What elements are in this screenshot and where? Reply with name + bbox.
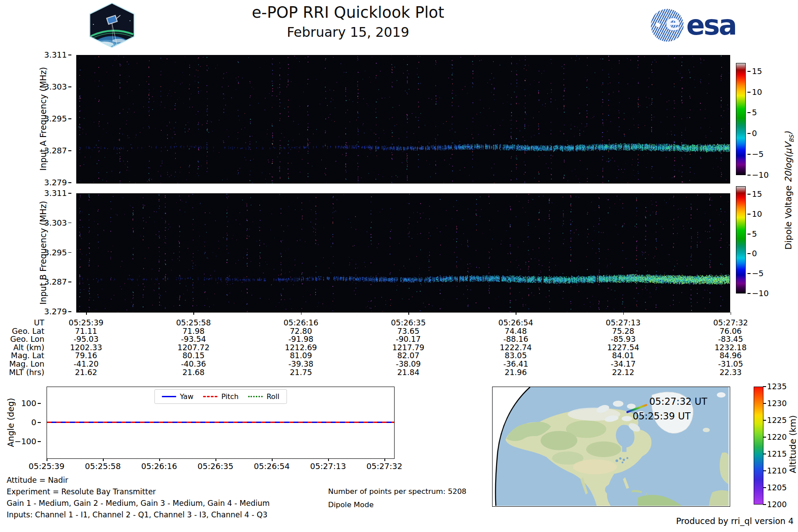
dipole-colorbar-b-ticks: 151050−5−10 (747, 186, 778, 293)
cell: -36.41 (462, 360, 569, 368)
x-tick-mark (32, 312, 140, 315)
cell: 83.05 (462, 352, 569, 360)
yaw-pitch-roll-zero-line (47, 422, 394, 423)
colorbar-tick-label: −5 (752, 270, 764, 278)
cell: 73.65 (355, 327, 462, 336)
dipole-label-name: Dipole Voltage (783, 183, 794, 250)
settings-annotations: Attitude = NadirExperiment = Resolute Ba… (7, 474, 270, 520)
colorbar-tick-label: 1235 (767, 383, 794, 391)
spectrogram-b-plot (76, 193, 730, 313)
cell: -90.17 (355, 335, 462, 344)
x-tick-mark (355, 312, 462, 315)
legend-item-roll: Roll (248, 392, 279, 401)
colorbar-tick-label: 0 (752, 129, 757, 137)
y-tick-label: 3.303 (28, 219, 72, 227)
colorbar-tick-label: 0 (752, 250, 757, 258)
legend-label: Yaw (180, 392, 193, 401)
legend-item-pitch: Pitch (203, 392, 239, 401)
y-tick-label: 3.303 (28, 83, 72, 91)
ephemeris-table: UT 05:25:39 05:25:58 05:26:16 05:26:35 0… (0, 319, 798, 376)
dipole-label-formula: 20log(μV (783, 143, 794, 183)
colorbar-tick-label: −10 (752, 171, 769, 179)
page-date: February 15, 2019 (0, 24, 696, 40)
dipole-colorbar-a (736, 63, 746, 175)
table-row: Mag. Lat 79.16 80.15 81.09 82.07 83.05 8… (0, 352, 798, 360)
cell: 21.96 (462, 368, 569, 377)
y-tick-label: 3.295 (28, 115, 72, 123)
table-row: UT 05:25:39 05:25:58 05:26:16 05:26:35 0… (0, 319, 798, 327)
row-values: -41.20 -40.36 -39.38 -38.09 -36.41 -34.1… (32, 360, 784, 368)
dipole-label-sub: BS (788, 135, 795, 143)
annotation-line: Gain 1 - Medium, Gain 2 - Medium, Gain 3… (7, 497, 270, 509)
cell: 1202.33 (32, 344, 140, 352)
row-values: 05:25:39 05:25:58 05:26:16 05:26:35 05:2… (32, 319, 784, 327)
y-tick-label: −100 (14, 438, 42, 446)
row-values: 71.11 71.98 72.80 73.65 74.48 75.28 76.0… (32, 327, 784, 336)
cell: 1232.18 (677, 344, 784, 352)
cell: 75.28 (569, 327, 677, 336)
annotation-line: Number of points per spectrum: 5208 (328, 485, 466, 498)
annotation-line: Inputs: Channel 1 - I1, Channel 2 - Q1, … (7, 509, 270, 520)
cell: 76.06 (677, 327, 784, 336)
cell: 05:25:39 (32, 319, 140, 327)
mode-annotations: Number of points per spectrum: 5208Dipol… (328, 485, 466, 512)
row-values: 1202.33 1207.72 1212.69 1217.79 1222.74 … (32, 344, 784, 352)
cell: -85.93 (569, 335, 677, 344)
cell: 21.84 (355, 368, 462, 377)
dipole-colorbar-a-ticks: 151050−5−10 (747, 63, 778, 175)
cell: 79.16 (32, 352, 140, 360)
quicklook-figure: CASSIOPE e-POP RRI Quicklook Plot Februa… (0, 0, 798, 532)
cell: 71.98 (140, 327, 247, 336)
colorbar-tick-label: 1205 (767, 484, 794, 492)
angle-plot: Yaw Pitch Roll (47, 387, 395, 459)
colorbar-tick-label: 5 (752, 230, 757, 238)
cell: 05:27:32 (677, 319, 784, 327)
x-tick-label: 05:27:32 (356, 462, 413, 471)
spectrogram-b-xtick-marks (32, 312, 784, 315)
x-tick-mark (462, 312, 569, 315)
x-tick-label: 05:27:13 (300, 462, 356, 471)
y-tick-label: 0 (14, 419, 42, 426)
cell: 21.75 (247, 368, 355, 377)
annotation-line: Dipole Mode (328, 498, 466, 512)
cell: -93.54 (140, 335, 247, 344)
cell: 05:26:35 (355, 319, 462, 327)
yaw-line-sample (162, 396, 176, 397)
angle-plot-legend: Yaw Pitch Roll (154, 389, 287, 404)
cell: 82.07 (355, 352, 462, 360)
cell: 21.68 (140, 368, 247, 377)
dipole-colorbar-label: Dipole Voltage 20log(μVBS) (783, 132, 795, 250)
legend-item-yaw: Yaw (162, 392, 193, 401)
dipole-colorbar-b (736, 186, 746, 293)
colorbar-tick-label: 1230 (767, 399, 794, 407)
cell: 84.01 (569, 352, 677, 360)
cell: 1217.79 (355, 344, 462, 352)
map-art: 05:27:32 UT 05:25:39 UT (493, 387, 729, 506)
cell: 1222.74 (462, 344, 569, 352)
cell: 84.96 (677, 352, 784, 360)
colorbar-tick-label: 10 (752, 88, 762, 96)
cell: 81.09 (247, 352, 355, 360)
cell: 72.80 (247, 327, 355, 336)
roll-line-sample (248, 396, 262, 397)
cell: 05:25:58 (140, 319, 247, 327)
angle-plot-yticks: 1000−100 (14, 399, 42, 446)
cell: -39.38 (247, 360, 355, 368)
y-tick-label: 3.295 (28, 249, 72, 257)
legend-label: Pitch (221, 392, 239, 401)
cell: 1207.72 (140, 344, 247, 352)
cell: -38.09 (355, 360, 462, 368)
cell: 1227.54 (569, 344, 677, 352)
esa-logo: esa (651, 9, 736, 42)
y-tick-label: 3.287 (28, 147, 72, 155)
altitude-colorbar (754, 387, 763, 505)
colorbar-tick-label: −5 (752, 150, 764, 158)
y-tick-label: 3.287 (28, 278, 72, 286)
spectrogram-a-plot (76, 55, 730, 184)
credit-text: Produced by rri_ql version 4 (676, 516, 794, 526)
pitch-line-sample (203, 396, 217, 397)
x-tick-label: 05:25:58 (75, 462, 131, 471)
cell: 05:26:54 (462, 319, 569, 327)
altitude-colorbar-label: Altitude (km) (787, 415, 798, 473)
angle-plot-xticks: 05:25:3905:25:5805:26:1605:26:3505:26:54… (19, 462, 413, 471)
